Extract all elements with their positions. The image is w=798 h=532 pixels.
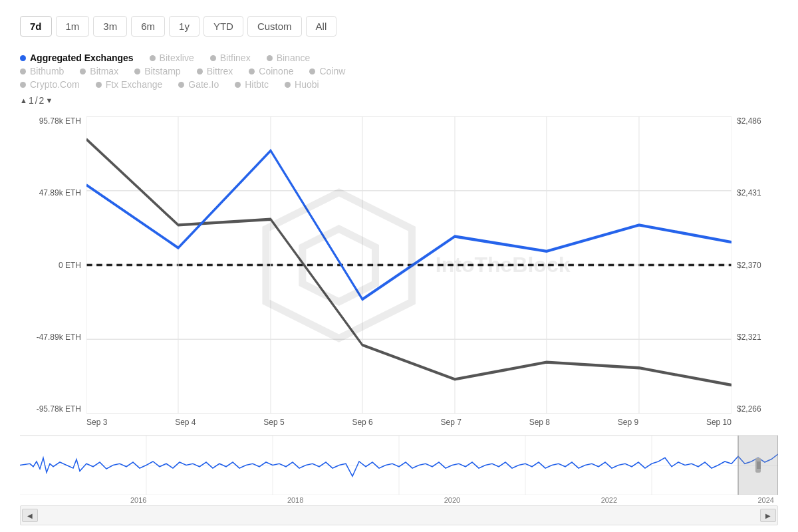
legend-coinone[interactable]: Coinone <box>249 66 293 76</box>
legend-label-binance: Binance <box>277 53 311 63</box>
y-left-3: 0 ETH <box>20 261 81 270</box>
legend-dot-bittrex <box>197 68 203 74</box>
y-left-5: -95.78k ETH <box>20 404 81 414</box>
legend-dot-bitfinex <box>210 55 216 61</box>
legend-dot-ftxexchange <box>96 82 102 88</box>
legend-dot-gateio <box>178 82 184 88</box>
legend-label-hitbtc: Hitbtc <box>245 79 269 90</box>
legend-bittrex[interactable]: Bittrex <box>197 66 233 76</box>
scroll-right-btn[interactable]: ▶ <box>760 509 776 522</box>
y-left-2: 47.89k ETH <box>20 188 81 198</box>
y-right-1: $2,486 <box>737 116 778 126</box>
scroll-left-btn[interactable]: ◀ <box>22 509 38 522</box>
x-label-sep4: Sep 4 <box>175 418 196 427</box>
legend-dot-huobi <box>285 82 291 88</box>
legend-dot-bitstamp <box>134 68 140 74</box>
time-range-selector: 7d 1m 3m 6m 1y YTD Custom All <box>20 16 778 37</box>
legend-bitfinex[interactable]: Bitfinex <box>210 53 251 63</box>
y-right-4: $2,321 <box>737 332 778 342</box>
legend-hitbtc[interactable]: Hitbtc <box>235 79 269 90</box>
chart-area: 95.78k ETH 47.89k ETH 0 ETH -47.89k ETH … <box>20 116 778 525</box>
x-label-sep8: Sep 8 <box>529 418 550 427</box>
legend-row-1: Aggregated Exchanges Bitexlive Bitfinex … <box>20 53 778 63</box>
x-label-sep5: Sep 5 <box>263 418 284 427</box>
time-btn-all[interactable]: All <box>306 16 337 37</box>
time-btn-7d[interactable]: 7d <box>20 16 52 37</box>
pagination-prev[interactable]: ▲ <box>20 96 27 104</box>
legend-ftxexchange[interactable]: Ftx Exchange <box>96 79 163 90</box>
legend-bitexlive[interactable]: Bitexlive <box>150 53 194 63</box>
y-left-1: 95.78k ETH <box>20 116 81 126</box>
legend-label-bithumb: Bithumb <box>30 66 64 76</box>
legend-label-bitexlive: Bitexlive <box>160 53 194 63</box>
legend-dot-hitbtc <box>235 82 241 88</box>
x-label-sep6: Sep 6 <box>352 418 372 427</box>
main-chart-wrapper: 95.78k ETH 47.89k ETH 0 ETH -47.89k ETH … <box>20 116 778 414</box>
legend-label-bittrex: Bittrex <box>207 66 233 76</box>
mini-x-axis: 2016 2018 2020 2022 2024 <box>20 495 778 504</box>
mini-x-2022: 2022 <box>601 496 617 504</box>
x-label-sep9: Sep 9 <box>618 418 638 427</box>
mini-x-2024: 2024 <box>758 496 774 504</box>
legend-label-bitfinex: Bitfinex <box>220 53 251 63</box>
legend-dot-cryptocom <box>20 82 26 88</box>
main-chart-svg <box>86 116 732 414</box>
pagination-current: 1 <box>29 95 34 106</box>
time-btn-1m[interactable]: 1m <box>56 16 90 37</box>
legend-dot-bitexlive <box>150 55 156 61</box>
main-chart-svg-container: IntoTheBlock <box>86 116 732 414</box>
legend-bithumb[interactable]: Bithumb <box>20 66 64 76</box>
legend-cryptocom[interactable]: Crypto.Com <box>20 79 80 90</box>
legend-gateio[interactable]: Gate.Io <box>178 79 219 90</box>
mini-x-2018: 2018 <box>287 496 303 504</box>
legend-dot-bitmax <box>80 68 86 74</box>
x-axis: Sep 3 Sep 4 Sep 5 Sep 6 Sep 7 Sep 8 Sep … <box>20 414 778 427</box>
mini-chart-wrapper <box>20 435 778 495</box>
pagination-total: 2 <box>39 95 45 106</box>
legend-label-coinw: Coinw <box>319 66 345 76</box>
time-btn-ytd[interactable]: YTD <box>203 16 243 37</box>
pagination-separator: / <box>35 95 38 106</box>
legend-label-gateio: Gate.Io <box>188 79 219 90</box>
pagination: ▲ 1 / 2 ▼ <box>20 95 778 106</box>
x-label-sep10: Sep 10 <box>706 418 732 427</box>
legend-dot-coinone <box>249 68 255 74</box>
legend-label-ftxexchange: Ftx Exchange <box>106 79 163 90</box>
time-btn-1y[interactable]: 1y <box>169 16 200 37</box>
legend-bitmax[interactable]: Bitmax <box>80 66 118 76</box>
y-axis-right: $2,486 $2,431 $2,370 $2,321 $2,266 <box>732 116 778 414</box>
legend-label-huobi: Huobi <box>295 79 319 90</box>
legend-dot-binance <box>267 55 273 61</box>
time-btn-3m[interactable]: 3m <box>93 16 127 37</box>
legend-label-bitmax: Bitmax <box>90 66 118 76</box>
y-right-3: $2,370 <box>737 261 778 270</box>
legend-label-coinone: Coinone <box>259 66 293 76</box>
y-right-5: $2,266 <box>737 404 778 414</box>
legend-dot-coinw <box>309 68 315 74</box>
x-label-sep7: Sep 7 <box>441 418 462 427</box>
legend-huobi[interactable]: Huobi <box>285 79 319 90</box>
pagination-next[interactable]: ▼ <box>45 96 53 104</box>
y-left-4: -47.89k ETH <box>20 332 81 342</box>
mini-x-2020: 2020 <box>444 496 460 504</box>
legend-bitstamp[interactable]: Bitstamp <box>134 66 180 76</box>
legend-label-cryptocom: Crypto.Com <box>30 79 80 90</box>
time-btn-custom[interactable]: Custom <box>247 16 302 37</box>
price-line <box>86 139 732 385</box>
legend-coinw[interactable]: Coinw <box>309 66 345 76</box>
y-axis-left: 95.78k ETH 47.89k ETH 0 ETH -47.89k ETH … <box>20 116 86 414</box>
time-btn-6m[interactable]: 6m <box>131 16 165 37</box>
legend-row-2: Bithumb Bitmax Bitstamp Bittrex Coinone … <box>20 66 778 76</box>
y-right-2: $2,431 <box>737 188 778 198</box>
mini-x-2016: 2016 <box>130 496 146 504</box>
scroll-controls: ◀ ▶ <box>20 505 778 525</box>
legend-dot-blue <box>20 55 26 61</box>
legend-aggregated-exchanges[interactable]: Aggregated Exchanges <box>20 53 134 63</box>
x-label-sep3: Sep 3 <box>86 418 107 427</box>
legend-binance[interactable]: Binance <box>267 53 311 63</box>
legend-row-3: Crypto.Com Ftx Exchange Gate.Io Hitbtc H… <box>20 79 778 90</box>
legend-label-aggregated: Aggregated Exchanges <box>30 53 134 63</box>
legend-label-bitstamp: Bitstamp <box>144 66 180 76</box>
legend-dot-bithumb <box>20 68 26 74</box>
mini-chart-svg <box>20 436 778 495</box>
